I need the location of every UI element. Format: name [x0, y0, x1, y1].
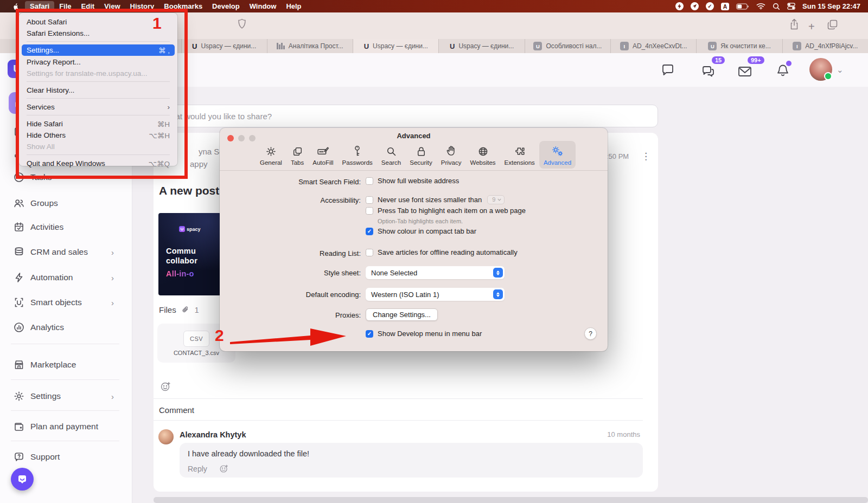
show-develop-menu-checkbox[interactable]: ✓ [366, 330, 373, 338]
share-icon[interactable] [789, 18, 799, 30]
browser-tab[interactable]: U Uspacy — єдини... [181, 39, 267, 53]
style-sheet-label: Style sheet: [220, 269, 361, 277]
intercom-chat-button[interactable] [11, 468, 34, 491]
crm-icon [13, 246, 25, 258]
menu-help[interactable]: Help [281, 1, 306, 11]
add-reaction-button[interactable] [160, 381, 171, 392]
browser-tab[interactable]: U Особливості нал... [525, 39, 610, 53]
save-articles-checkbox[interactable] [366, 249, 373, 256]
browser-tab[interactable]: U Uspacy — єдини... [438, 39, 524, 53]
sidebar-item-marketplace[interactable]: Marketplace [0, 357, 132, 373]
commenter-avatar[interactable] [158, 429, 174, 444]
reading-list-row: Save articles for offline reading automa… [366, 248, 518, 256]
tab-label: AD_4nXeeCxvDt... [633, 42, 687, 50]
shield-icon[interactable] [238, 18, 246, 29]
sidebar-item-automation[interactable]: Automation › [0, 269, 132, 286]
analytics-icon [13, 321, 25, 333]
show-colour-checkbox[interactable]: ✓ [366, 228, 373, 235]
sidebar-item-activities[interactable]: Activities [0, 219, 132, 235]
sidebar-item-analytics[interactable]: Analytics [0, 319, 132, 336]
annotation-number-1: 1 [152, 14, 162, 33]
never-use-font-checkbox[interactable] [366, 196, 373, 204]
activities-icon [13, 221, 25, 233]
browser-tab[interactable]: U Як очистити ке... [696, 39, 782, 53]
menu-develop[interactable]: Develop [207, 1, 245, 11]
tab-tabs[interactable]: Tabs [286, 141, 308, 169]
default-encoding-label: Default encoding: [220, 291, 361, 299]
post-image[interactable]: U spacy Commu collabor All-in-o [158, 213, 221, 295]
post-menu-kebab[interactable]: ⋮ [641, 151, 650, 162]
sidebar-item-label: Plan and payment [30, 422, 98, 431]
image-text-line2: collabor [166, 256, 197, 265]
tab-security[interactable]: Security [405, 141, 437, 169]
user-avatar[interactable] [809, 58, 832, 81]
font-size-select[interactable]: 9 [487, 195, 505, 204]
control-center-icon[interactable] [787, 3, 795, 10]
add-reaction-icon[interactable] [219, 464, 229, 474]
new-tab-icon[interactable]: + [808, 21, 815, 33]
sidebar-item-settings[interactable]: Settings › [0, 388, 132, 404]
sidebar-item-support[interactable]: Support [0, 449, 132, 465]
tab-autofill[interactable]: AutoFill [308, 141, 337, 169]
sidebar-divider [11, 344, 119, 344]
default-encoding-select[interactable]: Western (ISO Latin 1) [366, 288, 505, 301]
check-icon[interactable]: ✓ [706, 2, 714, 10]
mail-icon[interactable] [737, 65, 753, 78]
tab-overview-icon[interactable] [827, 20, 838, 30]
share-input[interactable]: What would you like to share? [154, 105, 658, 127]
tab-general[interactable]: General [256, 141, 286, 169]
sidebar-item-crm[interactable]: CRM and sales › [0, 244, 132, 260]
gears-icon [551, 144, 564, 157]
tab-passwords[interactable]: Passwords [338, 141, 377, 169]
sidebar-item-label: Settings [30, 391, 61, 401]
annotation-number-2: 2 [215, 326, 224, 345]
chats-icon[interactable] [701, 64, 716, 79]
location-icon[interactable] [691, 2, 699, 10]
help-button[interactable]: ? [584, 327, 597, 340]
tab-privacy[interactable]: Privacy [437, 141, 466, 169]
browser-tab[interactable]: Аналітика Прост... [267, 39, 353, 53]
sidebar-item-plan-payment[interactable]: Plan and payment [0, 418, 132, 435]
tab-search[interactable]: Search [377, 141, 405, 169]
stepper-icon [493, 268, 503, 278]
file-type-badge: CSV [183, 331, 209, 347]
input-source-a-icon[interactable]: A [721, 3, 729, 10]
checkbox-label: Show full website address [378, 177, 459, 185]
puzzle-icon [514, 144, 526, 157]
comment-icon[interactable] [661, 63, 675, 77]
change-settings-button[interactable]: Change Settings... [366, 308, 438, 321]
horizontal-scrollbar[interactable] [154, 497, 868, 503]
chats-badge: 15 [712, 56, 725, 64]
wallet-icon [13, 421, 25, 433]
post-title: A new post [159, 184, 219, 197]
sidebar-item-label: Automation [30, 273, 73, 282]
select-value: None Selected [366, 269, 417, 277]
tab-label: Аналітика Прост... [289, 42, 343, 50]
checkbox-label: Press Tab to highlight each item on a we… [378, 207, 526, 215]
tab-websites[interactable]: Websites [466, 141, 500, 169]
wifi-icon[interactable] [756, 3, 765, 10]
chevron-down-icon[interactable]: ⌄ [837, 65, 844, 75]
tab-extensions[interactable]: Extensions [500, 141, 539, 169]
checkbox-label: Show Develop menu in menu bar [378, 330, 482, 338]
globe-icon [477, 144, 489, 157]
reply-button[interactable]: Reply [188, 465, 207, 473]
grid-favicon [277, 43, 285, 49]
lightning-icon[interactable] [675, 2, 684, 10]
browser-tab-active[interactable]: U Uspacy — єдини... [353, 39, 438, 53]
groups-icon [13, 197, 25, 209]
press-tab-checkbox[interactable] [366, 207, 373, 215]
battery-icon[interactable] [736, 3, 749, 10]
tab-advanced[interactable]: Advanced [539, 141, 576, 169]
sidebar-divider [11, 410, 119, 411]
sidebar-item-smart-objects[interactable]: Smart objects › [0, 294, 132, 311]
spotlight-icon[interactable] [773, 3, 780, 10]
menu-window[interactable]: Window [245, 1, 282, 11]
sidebar-divider [11, 441, 119, 441]
menu-bar-clock[interactable]: Sun 15 Sep 22:47 [802, 2, 860, 10]
browser-tab[interactable]: I AD_4nXfP8iAjcv... [782, 39, 868, 53]
style-sheet-select[interactable]: None Selected [366, 266, 505, 279]
show-full-address-checkbox[interactable] [366, 177, 373, 185]
browser-tab[interactable]: I AD_4nXeeCxvDt... [610, 39, 696, 53]
sidebar-item-groups[interactable]: Groups [0, 195, 132, 211]
